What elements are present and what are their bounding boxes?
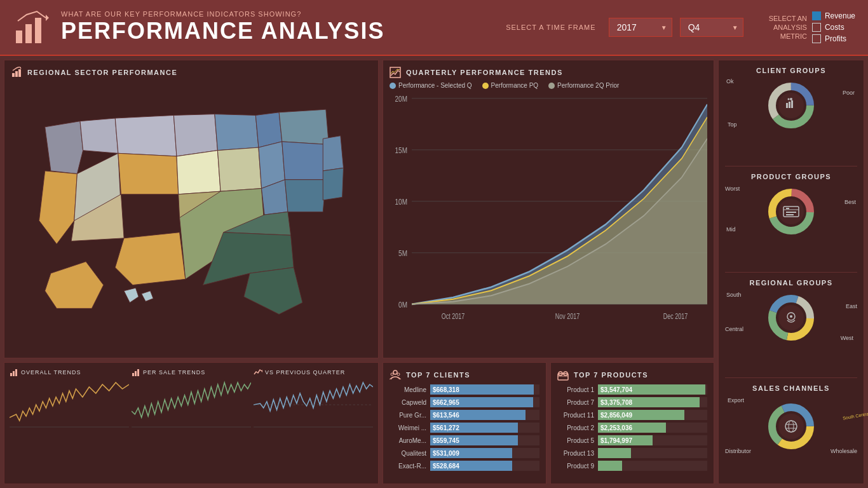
client-bar-row: Qualitest $531,009 [390, 448, 539, 458]
label-ok: Ok [726, 78, 734, 85]
quarter-dropdown-wrapper[interactable]: Q4Q1Q2Q3 [680, 18, 743, 37]
client-bar-track: $662,965 [430, 397, 539, 407]
product-bar-track: $2,856,049 [598, 410, 707, 420]
divider-3 [725, 377, 857, 378]
main-grid: REGIONAL SECTOR PERFORMANCE [0, 56, 868, 488]
product-bar-row: Product 9 [557, 461, 707, 471]
header: WHAT ARE OUR KEY PERFORMANCE INDICATORS … [0, 0, 868, 56]
revenue-checkbox[interactable] [812, 11, 821, 20]
top7-clients-title: TOP 7 CLIENTS [390, 369, 539, 381]
product-bar-track [598, 461, 707, 471]
map-icon [11, 67, 22, 78]
trends-panel: QUARTERLY PERFORMANCE TRENDS Performance… [383, 60, 714, 358]
product-bar-track: $1,794,997 [598, 435, 707, 445]
client-bar-value: $561,272 [433, 424, 459, 431]
svg-text:10M: 10M [395, 197, 407, 207]
svg-point-64 [397, 373, 400, 376]
overall-trends-chart: OVERALL TRENDS [10, 368, 129, 478]
client-bar-row: Medline $668,318 [390, 384, 539, 395]
regional-groups-section: REGIONAL GROUPS South East Central West [725, 279, 857, 372]
revenue-label: Revenue [825, 11, 855, 20]
analysis-costs[interactable]: Costs [812, 23, 855, 32]
sales-channels-donut [766, 401, 817, 452]
product-groups-donut [766, 186, 817, 237]
svg-text:20M: 20M [395, 94, 407, 104]
svg-rect-26 [789, 102, 790, 108]
label-top: Top [728, 121, 737, 128]
product-name: Product 5 [557, 437, 594, 444]
product-name: Product 11 [557, 412, 594, 419]
product-bar-track [598, 448, 707, 458]
product-name: Product 1 [557, 386, 594, 393]
profits-checkbox[interactable] [812, 34, 821, 43]
analysis-block: SELECT ANANALYSISMETRIC Revenue Costs Pr… [769, 11, 855, 43]
costs-checkbox[interactable] [812, 23, 821, 32]
overall-trends-title: OVERALL TRENDS [10, 368, 129, 377]
profits-label: Profits [825, 34, 846, 43]
client-bar-value: $662,965 [433, 399, 459, 406]
regional-groups-donut [766, 292, 817, 343]
label-wholesale: Wholesale [831, 448, 857, 454]
svg-rect-58 [135, 371, 137, 376]
bottom-left-panel: OVERALL TRENDS PER SALE TRENDS [4, 362, 379, 484]
per-sale-trends-title: PER SALE TRENDS [132, 368, 251, 377]
sales-channels-donut-wrapper: Export Distributor Wholesale South Centr… [725, 395, 857, 458]
client-bar-row: Capweld $662,965 [390, 397, 539, 407]
per-sale-trends-label: PER SALE TRENDS [143, 369, 205, 376]
product-bar-row: Product 2 $2,253,036 [557, 423, 707, 433]
analysis-options: Revenue Costs Profits [812, 11, 855, 43]
svg-marker-3 [46, 15, 49, 21]
legend-selected-q: Performance - Selected Q [390, 82, 472, 89]
legend-dot-pq [482, 83, 489, 89]
client-bar-row: Exact-R... $528,684 [390, 461, 539, 471]
top7-products-title: TOP 7 PRODUCTS [557, 369, 707, 381]
product-bar-track: $2,253,036 [598, 423, 707, 433]
client-bar-track: $561,272 [430, 423, 539, 433]
vs-previous-chart: VS PREVIOUS QUARTER [254, 368, 373, 478]
svg-text:5M: 5M [398, 248, 407, 259]
client-name: Exact-R... [390, 463, 426, 470]
south-central-label: South Central [843, 412, 868, 421]
client-bar-row: Pure Gr... $613,546 [390, 410, 539, 420]
trends-title: QUARTERLY PERFORMANCE TRENDS [390, 67, 707, 78]
client-name: AuroMe... [390, 437, 426, 444]
products-bars: Product 1 $3,547,704 Product 7 $3,375,70… [557, 384, 707, 471]
year-dropdown[interactable]: 201720162018 [609, 18, 672, 37]
svg-rect-6 [18, 69, 21, 77]
legend-pq: Performance PQ [482, 82, 538, 89]
sales-channels-title: SALES CHANNELS [752, 384, 830, 392]
top7-clients-label: TOP 7 CLIENTS [406, 371, 470, 379]
regional-groups-donut-wrapper: South East Central West [725, 289, 857, 346]
product-bar-value: $2,253,036 [600, 424, 632, 431]
client-groups-donut-wrapper: Ok Poor Top [725, 77, 857, 134]
label-export: Export [728, 397, 744, 403]
label-central: Central [725, 326, 743, 332]
year-dropdown-wrapper[interactable]: 201720162018 [609, 18, 672, 37]
label-mid: Mid [726, 226, 736, 233]
client-groups-title: CLIENT GROUPS [756, 67, 826, 74]
client-bar-row: Weimei ... $561,272 [390, 423, 539, 433]
label-east: East [846, 303, 857, 309]
divider-2 [725, 272, 857, 273]
svg-point-45 [790, 315, 792, 318]
legend-label-pq: Performance PQ [491, 82, 538, 89]
product-bar-row: Product 11 $2,856,049 [557, 410, 707, 420]
svg-text:Oct 2017: Oct 2017 [442, 311, 465, 320]
product-bar-row: Product 5 $1,794,997 [557, 435, 707, 445]
quarter-dropdown[interactable]: Q4Q1Q2Q3 [680, 18, 743, 37]
analysis-profits[interactable]: Profits [812, 34, 855, 43]
client-name: Weimei ... [390, 424, 426, 431]
vs-previous-icon [254, 368, 262, 377]
svg-rect-2 [35, 18, 41, 43]
client-bar-track: $613,546 [430, 410, 539, 420]
label-poor: Poor [843, 90, 855, 96]
svg-text:Nov 2017: Nov 2017 [555, 311, 580, 320]
client-bar-value: $531,009 [433, 450, 459, 457]
svg-marker-60 [262, 370, 262, 372]
client-bar-track: $559,745 [430, 435, 539, 445]
per-sale-trends-chart: PER SALE TRENDS [132, 368, 251, 478]
per-sale-svg [132, 379, 251, 430]
client-name: Medline [390, 386, 426, 393]
analysis-revenue[interactable]: Revenue [812, 11, 855, 20]
svg-rect-36 [786, 208, 789, 209]
